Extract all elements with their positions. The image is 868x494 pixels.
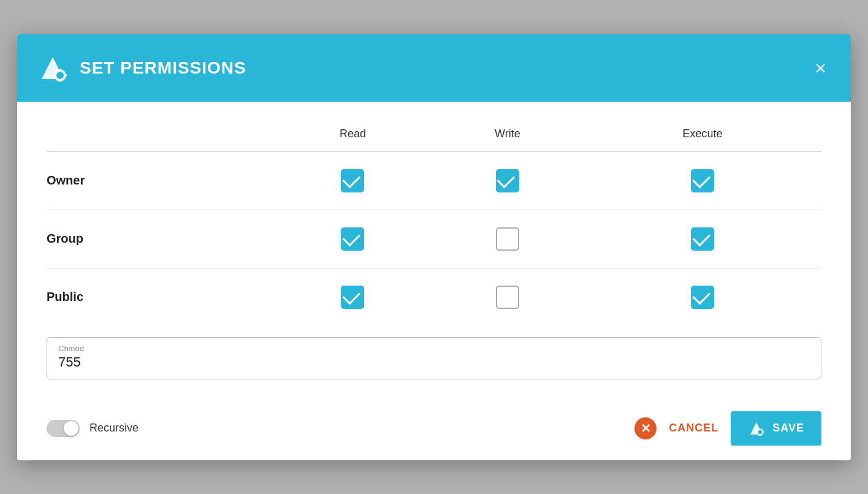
public-write-checkbox[interactable] [496, 286, 519, 309]
col-header-execute: Execute [584, 121, 821, 152]
dialog-header: SET PERMISSIONS × [17, 34, 851, 102]
close-button[interactable]: × [810, 56, 831, 80]
chmod-value: 755 [58, 354, 810, 370]
set-permissions-dialog: SET PERMISSIONS × Read Write Execute Own… [17, 34, 851, 460]
recursive-toggle[interactable] [47, 420, 80, 437]
footer-buttons: ✕ CANCEL SAVE [634, 411, 821, 446]
public-execute-checkbox[interactable] [691, 286, 714, 309]
recursive-section: Recursive [47, 420, 139, 437]
group-execute-checkbox[interactable] [691, 227, 714, 251]
public-read-checkbox[interactable] [341, 286, 364, 309]
col-header-entity [47, 121, 274, 152]
dialog-title: SET PERMISSIONS [80, 58, 246, 78]
dialog-body: Read Write Execute Owner [17, 102, 851, 404]
cancel-button[interactable]: CANCEL [664, 422, 723, 435]
col-header-read: Read [274, 121, 432, 152]
table-row: Group [47, 210, 821, 268]
cancel-icon[interactable]: ✕ [634, 417, 657, 439]
permissions-table: Read Write Execute Owner [47, 121, 821, 326]
save-icon [748, 420, 765, 437]
owner-read-checkbox[interactable] [341, 169, 364, 192]
table-row: Owner [47, 151, 821, 210]
recursive-label: Recursive [89, 422, 139, 435]
dialog-footer: Recursive ✕ CANCEL SAVE [17, 404, 851, 460]
svg-point-9 [758, 430, 763, 434]
row-label-public: Public [47, 268, 274, 326]
row-label-owner: Owner [47, 151, 274, 210]
header-left: SET PERMISSIONS [37, 52, 246, 84]
row-label-group: Group [47, 210, 274, 268]
owner-execute-checkbox[interactable] [691, 169, 714, 192]
chmod-label: Chmod [58, 344, 810, 353]
chmod-field[interactable]: Chmod 755 [47, 337, 821, 379]
owner-write-checkbox[interactable] [496, 169, 519, 192]
save-button[interactable]: SAVE [731, 411, 821, 446]
toggle-knob [64, 421, 78, 436]
group-read-checkbox[interactable] [341, 227, 364, 251]
group-write-checkbox[interactable] [496, 227, 519, 251]
save-label: SAVE [772, 422, 804, 435]
table-row: Public [47, 268, 821, 326]
col-header-write: Write [432, 121, 584, 152]
app-logo-icon [37, 52, 69, 84]
svg-point-2 [56, 72, 64, 79]
